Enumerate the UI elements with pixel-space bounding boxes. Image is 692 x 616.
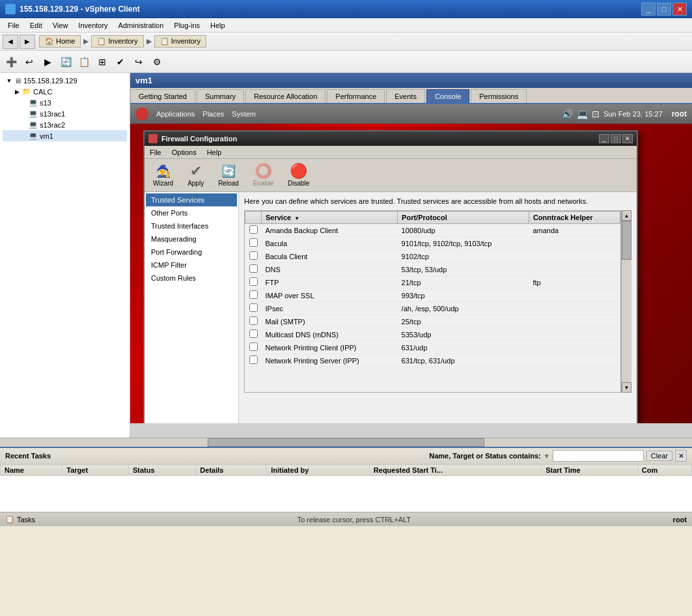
fw-menu-options[interactable]: Options xyxy=(167,147,202,158)
scroll-thumb[interactable] xyxy=(622,221,631,260)
tasks-col-initiated[interactable]: Initiated by xyxy=(267,465,370,476)
maximize-button[interactable]: □ xyxy=(657,3,671,16)
fw-menu-help[interactable]: Help xyxy=(202,147,227,158)
service-checkbox-10[interactable] xyxy=(249,356,258,364)
h-scrollbar[interactable] xyxy=(0,438,692,447)
tasks-col-start-time[interactable]: Start Time xyxy=(542,465,638,476)
service-checkbox-9[interactable] xyxy=(249,343,258,351)
service-checkbox-1[interactable] xyxy=(249,238,258,247)
inventory-breadcrumb-1[interactable]: 📋 Inventory xyxy=(91,35,143,48)
tree-expand-server[interactable]: ▼ xyxy=(5,77,13,85)
fw-close-button[interactable]: ✕ xyxy=(622,134,633,143)
menu-help[interactable]: Help xyxy=(205,20,230,31)
toolbar-btn-6[interactable]: ⊞ xyxy=(94,53,111,70)
scroll-up-button[interactable]: ▲ xyxy=(622,210,631,221)
toolbar-btn-2[interactable]: ↩ xyxy=(21,53,38,70)
tab-resource-allocation[interactable]: Resource Allocation xyxy=(245,89,325,103)
fw-menu-file[interactable]: File xyxy=(145,147,167,158)
tab-performance[interactable]: Performance xyxy=(327,89,385,103)
tasks-col-requested-start[interactable]: Requested Start Ti... xyxy=(369,465,541,476)
fw-sidebar-custom-rules[interactable]: Custom Rules xyxy=(146,272,237,285)
tab-events[interactable]: Events xyxy=(386,89,425,103)
sidebar-item-calc[interactable]: ▶ 📁 CALC xyxy=(3,86,127,97)
minimize-button[interactable]: _ xyxy=(641,3,656,16)
toolbar-btn-1[interactable]: ➕ xyxy=(3,53,20,70)
menu-file[interactable]: File xyxy=(3,20,25,31)
tasks-col-com[interactable]: Com xyxy=(637,465,691,476)
col-checkbox xyxy=(245,212,262,224)
menu-inventory[interactable]: Inventory xyxy=(73,20,113,31)
sidebar-item-s13rac1[interactable]: 💻 s13rac1 xyxy=(3,108,127,119)
fw-enable-button[interactable]: ⭕ Enable xyxy=(249,161,278,189)
close-button[interactable]: ✕ xyxy=(672,3,687,16)
back-button[interactable]: ◀ xyxy=(3,35,18,49)
service-checkbox-7[interactable] xyxy=(249,316,258,325)
topbar-system[interactable]: System xyxy=(232,110,256,118)
fw-maximize-button[interactable]: □ xyxy=(611,134,621,143)
fw-sidebar-trusted-services[interactable]: Trusted Services xyxy=(146,193,237,206)
tasks-status-button[interactable]: 📋 Tasks xyxy=(5,515,35,524)
sidebar-item-vm1[interactable]: 💻 vm1 xyxy=(3,130,127,141)
toolbar-btn-9[interactable]: ⚙ xyxy=(148,53,165,70)
fw-scrollbar[interactable]: ▲ ▼ xyxy=(621,210,631,393)
col-port[interactable]: Port/Protocol xyxy=(398,212,529,224)
topbar-applications[interactable]: Applications xyxy=(156,110,195,118)
service-checkbox-2[interactable] xyxy=(249,251,258,260)
service-checkbox-8[interactable] xyxy=(249,329,258,338)
service-helper-cell xyxy=(529,354,620,367)
menu-edit[interactable]: Edit xyxy=(25,20,48,31)
topbar-places[interactable]: Places xyxy=(202,110,224,118)
inventory-breadcrumb-2[interactable]: 📋 Inventory xyxy=(154,35,206,48)
sidebar-item-server[interactable]: ▼ 🖥 155.158.129.129 xyxy=(3,76,127,86)
col-service[interactable]: Service ▼ xyxy=(262,212,398,224)
fw-sidebar-port-forwarding[interactable]: Port Forwarding xyxy=(146,245,237,259)
console-topbar: Applications Places System 🔊 💻 ⊡ Sun Feb… xyxy=(130,104,692,124)
fw-sidebar-other-ports[interactable]: Other Ports xyxy=(146,206,237,219)
fw-disable-button[interactable]: 🔴 Disable xyxy=(283,161,314,189)
tasks-clear-button[interactable]: Clear xyxy=(646,451,672,461)
fw-service-row: IPsec /ah, /esp, 500/udp xyxy=(245,302,620,315)
fw-sidebar-icmp-filter[interactable]: ICMP Filter xyxy=(146,259,237,272)
service-checkbox-3[interactable] xyxy=(249,264,258,273)
scroll-down-button[interactable]: ▼ xyxy=(622,382,631,393)
menu-plugins[interactable]: Plug-ins xyxy=(169,20,205,31)
sidebar-item-s13[interactable]: 💻 s13 xyxy=(3,97,127,108)
toolbar-btn-3[interactable]: ▶ xyxy=(39,53,56,70)
fw-sidebar-trusted-interfaces[interactable]: Trusted Interfaces xyxy=(146,219,237,232)
col-helper[interactable]: Conntrack Helper xyxy=(529,212,620,224)
tasks-col-target[interactable]: Target xyxy=(62,465,129,476)
home-breadcrumb[interactable]: 🏠 Home xyxy=(39,35,81,48)
fw-apply-button[interactable]: ✔ Apply xyxy=(183,161,208,189)
menu-administration[interactable]: Administration xyxy=(113,20,169,31)
tasks-close-button[interactable]: ✕ xyxy=(675,450,687,462)
service-checkbox-0[interactable] xyxy=(249,225,258,234)
h-scrollbar-thumb[interactable] xyxy=(208,438,484,447)
tasks-filter-input[interactable] xyxy=(553,450,644,462)
fw-reload-button[interactable]: 🔄 Reload xyxy=(214,161,243,189)
console-area[interactable]: Applications Places System 🔊 💻 ⊡ Sun Feb… xyxy=(130,104,692,423)
forward-button[interactable]: ▶ xyxy=(20,35,35,49)
fw-table-container[interactable]: Service ▼ Port/Protocol xyxy=(244,210,621,393)
toolbar-btn-8[interactable]: ↪ xyxy=(130,53,147,70)
service-checkbox-6[interactable] xyxy=(249,303,258,312)
service-checkbox-4[interactable] xyxy=(249,277,258,286)
toolbar-btn-7[interactable]: ✔ xyxy=(112,53,129,70)
tasks-col-details[interactable]: Details xyxy=(196,465,267,476)
fw-sidebar-masquerading[interactable]: Masquerading xyxy=(146,232,237,245)
tab-getting-started[interactable]: Getting Started xyxy=(130,89,195,103)
tab-console[interactable]: Console xyxy=(426,89,469,103)
tree-expand-calc[interactable]: ▶ xyxy=(13,88,21,96)
filter-dropdown-icon[interactable]: ▼ xyxy=(544,453,550,460)
tasks-col-status[interactable]: Status xyxy=(128,465,195,476)
tab-permissions[interactable]: Permissions xyxy=(471,89,527,103)
menu-view[interactable]: View xyxy=(48,20,74,31)
scroll-track[interactable] xyxy=(622,221,631,382)
tab-summary[interactable]: Summary xyxy=(197,89,244,103)
fw-wizard-button[interactable]: 🧙 Wizard xyxy=(148,161,178,189)
fw-minimize-button[interactable]: _ xyxy=(599,134,609,143)
toolbar-btn-5[interactable]: 📋 xyxy=(76,53,92,70)
service-checkbox-5[interactable] xyxy=(249,290,258,299)
sidebar-item-s13rac2[interactable]: 💻 s13rac2 xyxy=(3,119,127,130)
toolbar-btn-4[interactable]: 🔄 xyxy=(57,53,74,70)
tasks-col-name[interactable]: Name xyxy=(1,465,62,476)
